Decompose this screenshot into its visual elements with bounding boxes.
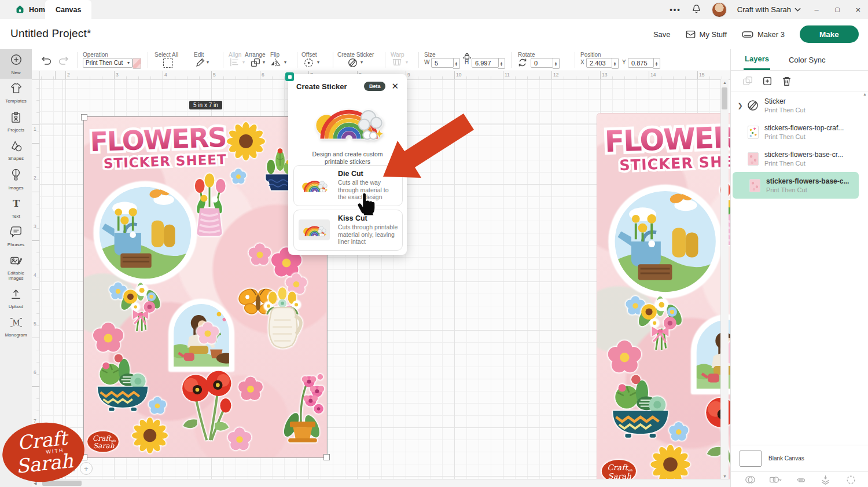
redo-icon[interactable] [57, 56, 70, 65]
warp-menu[interactable]: Warp ▾ [391, 49, 416, 71]
vertical-scrollbar-thumb[interactable] [722, 87, 727, 109]
sidebar-item-shapes[interactable]: Shapes [0, 136, 32, 164]
popup-close-icon[interactable]: ✕ [390, 81, 400, 91]
save-button[interactable]: Save [653, 30, 671, 39]
sticker-tulipvase [175, 172, 244, 241]
layer-row[interactable]: stickers-flowers-base-cr...Print Then Cu… [731, 145, 860, 172]
rotate-stepper[interactable]: ▲▼ [553, 58, 560, 69]
sticker-layer-icon [746, 100, 760, 111]
width-input[interactable]: 5 [431, 58, 454, 68]
blank-canvas-row[interactable]: Blank Canvas [731, 445, 868, 471]
slice-button[interactable]: Slice [738, 475, 762, 487]
sidebar-item-phrases[interactable]: Phrases [0, 222, 32, 251]
edit-menu[interactable]: Edit ▾ [194, 49, 217, 71]
chevron-down-icon [795, 8, 801, 12]
position-y-input[interactable]: 0.875 [628, 58, 654, 68]
ruler-number: 10 [456, 72, 461, 78]
ruler-number: 14 [650, 72, 656, 78]
layer-name: stickers-flowers-base-c... [766, 177, 849, 185]
layer-row[interactable]: stickers-flowers-top-craf...Print Then C… [731, 119, 860, 145]
attach-icon [795, 475, 806, 487]
sidebar-item-projects[interactable]: Projects [0, 107, 32, 136]
flatten-button[interactable]: Flatten [814, 475, 838, 487]
trash-icon[interactable] [782, 76, 792, 86]
zoom-in-button[interactable]: + [80, 462, 93, 475]
rotate-icon[interactable] [518, 58, 527, 67]
height-stepper[interactable]: ▲▼ [498, 58, 505, 69]
account-name: Craft with Sarah [737, 5, 791, 14]
ruler-number: 2 [67, 72, 70, 78]
blank-canvas-swatch[interactable] [740, 451, 762, 467]
ruler-number: 4 [164, 72, 167, 78]
my-stuff-button[interactable]: My Stuff [686, 30, 727, 39]
images-icon [10, 169, 21, 184]
sheet-title: FLOWERS STICKER SHEET [601, 117, 730, 176]
select-all[interactable]: Select All [155, 49, 185, 71]
sidebar-item-new[interactable]: New [0, 49, 32, 79]
sidebar-item-images[interactable]: Images [0, 164, 32, 194]
group-icon[interactable] [742, 76, 753, 86]
close-button[interactable]: × [853, 5, 863, 14]
layer-operation: Print Then Cut [764, 107, 806, 113]
layer-thumbnail [746, 152, 760, 166]
notification-bell-icon[interactable] [692, 3, 701, 16]
combine-button[interactable]: Combine [763, 475, 788, 487]
offset-icon [304, 58, 314, 68]
rotate-input[interactable]: 0 [531, 58, 553, 68]
avatar[interactable] [712, 2, 727, 17]
position-x-input[interactable]: 2.403 [586, 58, 612, 68]
layers-panel: Layers Color Sync ❯StickerPrint Then Cut… [730, 49, 868, 487]
flip-menu[interactable]: Flip ▾ [270, 49, 291, 71]
expand-chevron-icon[interactable]: ❯ [735, 102, 745, 109]
position-x-stepper[interactable]: ▲▼ [612, 58, 619, 69]
warp-icon [392, 58, 402, 67]
sticker-sheet-copy[interactable]: FLOWERS STICKER SHEET [597, 113, 730, 487]
sidebar-item-monogram[interactable]: MMonogram [0, 313, 32, 341]
tab-canvas[interactable]: Canvas [45, 0, 91, 19]
left-sidebar: NewTemplatesProjectsShapesImagesTTextPhr… [0, 49, 32, 487]
shapes-icon [10, 140, 23, 154]
rainbow-sticker-illustration [288, 97, 407, 146]
sidebar-item-label: Monogram [5, 332, 27, 338]
contour-button[interactable]: Contour [838, 475, 863, 487]
layer-name: stickers-flowers-top-craf... [764, 124, 844, 132]
ruler-number: 15 [699, 72, 704, 78]
layer-operation: Print Then Cut [766, 186, 849, 193]
operation-color-swatch[interactable] [133, 58, 141, 69]
minimize-button[interactable]: – [811, 5, 822, 14]
position-y-stepper[interactable]: ▲▼ [653, 58, 660, 69]
overflow-menu-icon[interactable]: ••• [670, 5, 681, 14]
kiss-cut-option[interactable]: Kiss Cut Cuts through printable material… [293, 210, 403, 251]
duplicate-icon[interactable] [762, 76, 773, 86]
horizontal-scrollbar[interactable]: ◀ [32, 479, 730, 487]
sidebar-item-templates[interactable]: Templates [0, 79, 32, 107]
ruler-number: 5 [34, 321, 36, 327]
project-header: Untitled Project* Save My Stuff Maker 3 … [0, 19, 868, 49]
width-stepper[interactable]: ▲▼ [453, 58, 460, 69]
rotate-group: Rotate 0 ▲▼ [518, 49, 582, 71]
layer-row[interactable]: stickers-flowers-base-c...Print Then Cut [733, 172, 859, 199]
die-cut-option[interactable]: Die Cut Cuts all the way through materia… [293, 165, 403, 206]
make-button[interactable]: Make [800, 25, 859, 43]
contour-icon [846, 475, 856, 487]
sticker-jugvase [248, 287, 317, 356]
layer-row[interactable]: ❯StickerPrint Then Cut [731, 92, 860, 119]
operation-dropdown[interactable]: Print Then Cut▾ [83, 58, 133, 68]
account-menu[interactable]: Craft with Sarah [737, 5, 801, 14]
sticker-orchidpot [263, 369, 326, 449]
tab-color-sync[interactable]: Color Sync [788, 50, 827, 69]
height-input[interactable]: 6.997 [472, 58, 499, 68]
machine-button[interactable]: Maker 3 [742, 30, 785, 39]
sidebar-item-text[interactable]: TText [0, 194, 32, 222]
sidebar-item-upload[interactable]: Upload [0, 284, 32, 313]
sidebar-item-editable-images[interactable]: Editable Images [0, 251, 32, 284]
create-sticker-button[interactable]: Create Sticker ▾ [337, 49, 379, 71]
offset-menu[interactable]: Offset ▾ [301, 49, 328, 71]
maximize-button[interactable]: ▢ [832, 6, 843, 13]
project-title[interactable]: Untitled Project* [10, 27, 91, 40]
vertical-scrollbar[interactable]: ▲ ▼ [720, 79, 729, 479]
tab-layers[interactable]: Layers [744, 49, 770, 70]
panel-scrollbar[interactable]: ▲ [862, 92, 867, 487]
undo-icon[interactable] [40, 56, 53, 65]
attach-button[interactable]: Attach [788, 475, 812, 487]
